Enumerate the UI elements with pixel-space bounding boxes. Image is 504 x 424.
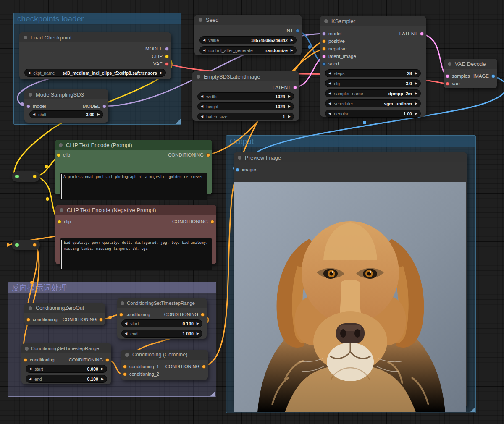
node-seed-header[interactable]: Seed: [194, 15, 302, 25]
widget-end[interactable]: ◀ end 1.000 ▶: [121, 330, 202, 338]
decrement-arrow-icon[interactable]: ◀: [203, 49, 205, 52]
collapse-dot-icon[interactable]: [59, 143, 63, 147]
node-preview-header[interactable]: Preview Image: [234, 152, 467, 162]
decrement-arrow-icon[interactable]: ◀: [328, 102, 331, 105]
node-load-checkpoint-header[interactable]: Load Checkpoint: [19, 32, 171, 42]
node-combine-header[interactable]: Conditioning (Combine): [121, 350, 208, 360]
input-slot-latent-image[interactable]: [322, 55, 326, 58]
decrement-arrow-icon[interactable]: ◀: [328, 112, 331, 115]
output-slot-vae[interactable]: [165, 62, 169, 66]
widget-shift[interactable]: ◀ shift 3.00 ▶: [29, 110, 103, 118]
input-slot-seed[interactable]: [322, 62, 326, 66]
node-empty-sd3-latent[interactable]: EmptySD3LatentImage LATENT ◀ width 1024 …: [192, 71, 299, 121]
node-conditioning-zero-out[interactable]: ConditioningZeroOut conditioning CONDITI…: [24, 303, 105, 325]
input-slot-positive[interactable]: [322, 39, 326, 43]
increment-arrow-icon[interactable]: ▶: [101, 377, 104, 381]
input-slot-samples[interactable]: [446, 74, 449, 78]
node-vae-decode[interactable]: VAE Decode samples IMAGE vae: [444, 59, 497, 88]
widget-seed-value[interactable]: ◀ value 185745095249342 ▶: [200, 36, 297, 44]
input-slot-clip[interactable]: [57, 153, 60, 157]
output-slot-conditioning[interactable]: [99, 318, 103, 322]
node-vae-decode-header[interactable]: VAE Decode: [444, 59, 497, 69]
node-negative-header[interactable]: CLIP Text Encode (Negative Prompt): [55, 205, 216, 215]
collapse-dot-icon[interactable]: [121, 301, 124, 305]
collapse-dot-icon[interactable]: [24, 36, 27, 39]
widget-batch-size[interactable]: ◀ batch_size 1 ▶: [197, 113, 294, 120]
increment-arrow-icon[interactable]: ▶: [197, 332, 199, 335]
widget-start[interactable]: ◀ start 0.000 ▶: [26, 365, 107, 373]
input-slot-model[interactable]: [26, 105, 30, 108]
node-clip-text-encode-positive[interactable]: CLIP Text Encode (Prompt) clip CONDITION…: [55, 140, 212, 194]
input-slot-conditioning-2[interactable]: [123, 372, 127, 376]
increment-arrow-icon[interactable]: ▶: [415, 102, 417, 105]
output-slot-clip[interactable]: [165, 55, 169, 58]
node-seed[interactable]: Seed INT ◀ value 185745095249342 ▶ ◀ con…: [194, 15, 302, 55]
input-slot-conditioning[interactable]: [26, 318, 30, 322]
node-clip-text-encode-negative[interactable]: CLIP Text Encode (Negative Prompt) clip …: [55, 205, 216, 264]
output-slot-latent[interactable]: [293, 86, 297, 89]
widget-steps[interactable]: ◀ steps 28 ▶: [325, 69, 421, 77]
input-slot-negative[interactable]: [322, 47, 326, 51]
decrement-arrow-icon[interactable]: ◀: [328, 72, 331, 75]
decrement-arrow-icon[interactable]: ◀: [201, 105, 203, 108]
output-slot-int[interactable]: [296, 29, 299, 33]
widget-scheduler[interactable]: ◀ scheduler sgm_uniform ▶: [325, 99, 421, 107]
node-preview-image[interactable]: Preview Image images: [234, 152, 467, 407]
increment-arrow-icon[interactable]: ▶: [291, 49, 293, 52]
group-checkpoints-loader-title[interactable]: checkpoints loader: [14, 13, 181, 24]
widget-ckpt-name[interactable]: ◀ ckpt_name sd3_medium_incl_clips_t5xxlf…: [24, 69, 166, 77]
positive-prompt-textarea[interactable]: A professional portrait photograph of a …: [60, 173, 207, 200]
output-slot-image[interactable]: [491, 74, 495, 78]
node-load-checkpoint[interactable]: Load Checkpoint MODEL CLIP VAE ◀ ckpt_na…: [19, 32, 171, 79]
input-slot-conditioning[interactable]: [24, 358, 27, 362]
collapse-dot-icon[interactable]: [25, 347, 29, 351]
widget-width[interactable]: ◀ width 1024 ▶: [197, 92, 294, 100]
increment-arrow-icon[interactable]: ▶: [415, 92, 417, 95]
reroute-clip-output-slot[interactable]: [33, 175, 37, 178]
node-zeroout-header[interactable]: ConditioningZeroOut: [24, 303, 105, 313]
collapse-dot-icon[interactable]: [125, 353, 129, 357]
widget-cfg[interactable]: ◀ cfg 3.0 ▶: [325, 79, 421, 87]
increment-arrow-icon[interactable]: ▶: [288, 95, 291, 98]
node-ksampler-header[interactable]: KSampler: [320, 16, 426, 26]
reroute-conditioning-output-slot[interactable]: [33, 243, 37, 247]
input-slot-images[interactable]: [236, 168, 239, 172]
input-slot-conditioning-1[interactable]: [123, 365, 127, 369]
increment-arrow-icon[interactable]: ▶: [415, 72, 417, 75]
increment-arrow-icon[interactable]: ▶: [415, 112, 417, 115]
decrement-arrow-icon[interactable]: ◀: [125, 332, 127, 335]
widget-denoise[interactable]: ◀ denoise 1.00 ▶: [325, 110, 421, 118]
reroute-clip[interactable]: [12, 171, 40, 182]
widget-sampler-name[interactable]: ◀ sampler_name dpmpp_2m ▶: [325, 89, 421, 97]
group-negative-processing-title[interactable]: 反向提示词处理: [8, 282, 216, 293]
widget-start[interactable]: ◀ start 0.100 ▶: [121, 319, 202, 327]
node-positive-header[interactable]: CLIP Text Encode (Prompt): [55, 140, 212, 150]
decrement-arrow-icon[interactable]: ◀: [28, 71, 30, 75]
decrement-arrow-icon[interactable]: ◀: [33, 113, 35, 116]
collapse-dot-icon[interactable]: [29, 306, 32, 310]
decrement-arrow-icon[interactable]: ◀: [201, 115, 203, 118]
output-slot-model[interactable]: [102, 105, 106, 108]
collapse-dot-icon[interactable]: [60, 208, 63, 212]
decrement-arrow-icon[interactable]: ◀: [125, 322, 127, 325]
negative-prompt-textarea[interactable]: bad quality, poor quality, doll, disfigu…: [60, 238, 212, 270]
increment-arrow-icon[interactable]: ▶: [291, 39, 293, 42]
output-slot-conditioning[interactable]: [202, 365, 206, 369]
output-slot-conditioning[interactable]: [210, 220, 214, 224]
input-slot-model[interactable]: [322, 32, 326, 36]
input-slot-vae[interactable]: [446, 82, 449, 86]
decrement-arrow-icon[interactable]: ◀: [29, 377, 32, 381]
increment-arrow-icon[interactable]: ▶: [197, 322, 199, 325]
widget-end[interactable]: ◀ end 0.100 ▶: [26, 375, 107, 383]
increment-arrow-icon[interactable]: ▶: [101, 367, 104, 371]
increment-arrow-icon[interactable]: ▶: [415, 82, 417, 85]
collapse-dot-icon[interactable]: [448, 62, 452, 66]
increment-arrow-icon[interactable]: ▶: [160, 71, 163, 75]
node-set-timestep-range-b[interactable]: ConditioningSetTimestepRange conditionin…: [21, 343, 111, 384]
input-slot-clip[interactable]: [58, 220, 61, 224]
node-ksampler[interactable]: KSampler model LATENT positive negative …: [320, 16, 426, 117]
output-slot-conditioning[interactable]: [105, 358, 109, 362]
widget-height[interactable]: ◀ height 1024 ▶: [197, 102, 294, 110]
output-slot-latent[interactable]: [420, 32, 424, 36]
preview-image-golden-retriever[interactable]: [234, 182, 466, 412]
